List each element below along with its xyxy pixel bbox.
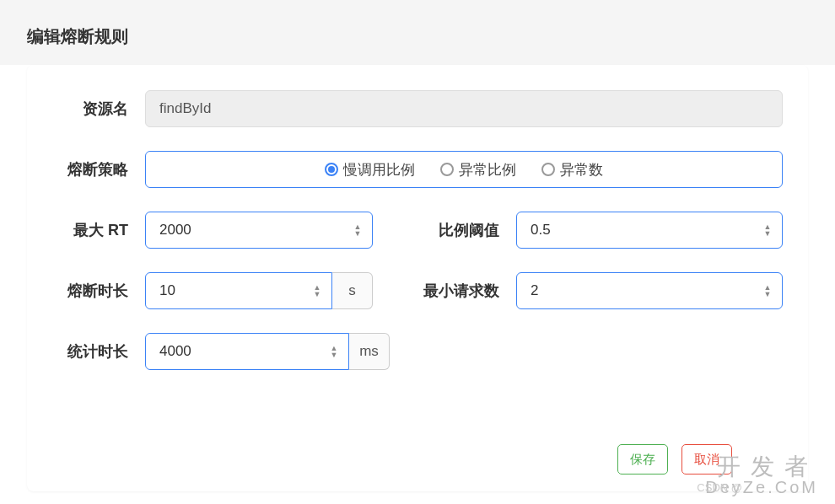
radio-error-count-label: 异常数 <box>560 160 603 180</box>
spinner-icon[interactable]: ▲▼ <box>328 346 340 358</box>
label-stat-duration: 统计时长 <box>52 341 145 362</box>
modal-footer: 保存 取消 <box>52 394 783 475</box>
row-rt-ratio: 最大 RT 2000 ▲▼ 比例阈值 0.5 ▲▼ <box>52 212 783 249</box>
radio-error-ratio[interactable]: 异常比例 <box>440 160 516 180</box>
input-resource: findById <box>145 90 783 127</box>
spinner-icon[interactable]: ▲▼ <box>762 224 773 237</box>
modal-title: 编辑熔断规则 <box>27 25 808 48</box>
label-resource: 资源名 <box>52 99 145 119</box>
modal-header: 编辑熔断规则 <box>0 0 835 65</box>
input-max-rt[interactable]: 2000 ▲▼ <box>145 212 373 249</box>
radio-circle-icon <box>541 163 555 176</box>
row-stat-duration: 统计时长 4000 ▲▼ ms <box>52 333 783 370</box>
radio-slow-ratio-label: 慢调用比例 <box>343 160 415 180</box>
spinner-icon[interactable]: ▲▼ <box>352 224 364 237</box>
cancel-button[interactable]: 取消 <box>681 444 732 475</box>
label-max-rt: 最大 RT <box>52 220 145 240</box>
resource-value: findById <box>159 100 211 117</box>
spinner-icon[interactable]: ▲▼ <box>311 285 323 298</box>
ratio-threshold-value: 0.5 <box>531 222 762 239</box>
modal-container: 编辑熔断规则 资源名 findById 熔断策略 慢调用比例 <box>0 0 835 504</box>
radio-dot-icon <box>325 163 338 176</box>
min-requests-value: 2 <box>531 282 762 299</box>
radio-circle-icon <box>440 163 454 176</box>
row-break-min: 熔断时长 10 ▲▼ s 最小请求数 2 <box>52 272 783 309</box>
radio-group-strategy: 慢调用比例 异常比例 异常数 <box>145 151 783 188</box>
label-min-requests: 最小请求数 <box>407 281 516 301</box>
radio-slow-ratio[interactable]: 慢调用比例 <box>325 160 415 180</box>
break-duration-value: 10 <box>159 282 311 299</box>
label-ratio-threshold: 比例阈值 <box>407 220 516 240</box>
input-stat-duration[interactable]: 4000 ▲▼ <box>145 333 349 370</box>
radio-error-ratio-label: 异常比例 <box>459 160 516 180</box>
stat-duration-value: 4000 <box>159 343 328 360</box>
spinner-icon[interactable]: ▲▼ <box>762 285 773 298</box>
radio-error-count[interactable]: 异常数 <box>541 160 603 180</box>
label-break-duration: 熔断时长 <box>52 281 145 301</box>
unit-seconds: s <box>332 272 373 309</box>
save-button[interactable]: 保存 <box>617 444 668 475</box>
unit-ms: ms <box>349 333 390 370</box>
max-rt-value: 2000 <box>159 222 352 239</box>
row-strategy: 熔断策略 慢调用比例 异常比例 异常数 <box>52 151 783 188</box>
label-strategy: 熔断策略 <box>52 159 145 180</box>
input-ratio-threshold[interactable]: 0.5 ▲▼ <box>516 212 783 249</box>
input-break-duration[interactable]: 10 ▲▼ <box>145 272 332 309</box>
modal-body: 资源名 findById 熔断策略 慢调用比例 <box>27 65 808 491</box>
input-min-requests[interactable]: 2 ▲▼ <box>516 272 783 309</box>
row-resource: 资源名 findById <box>52 90 783 127</box>
